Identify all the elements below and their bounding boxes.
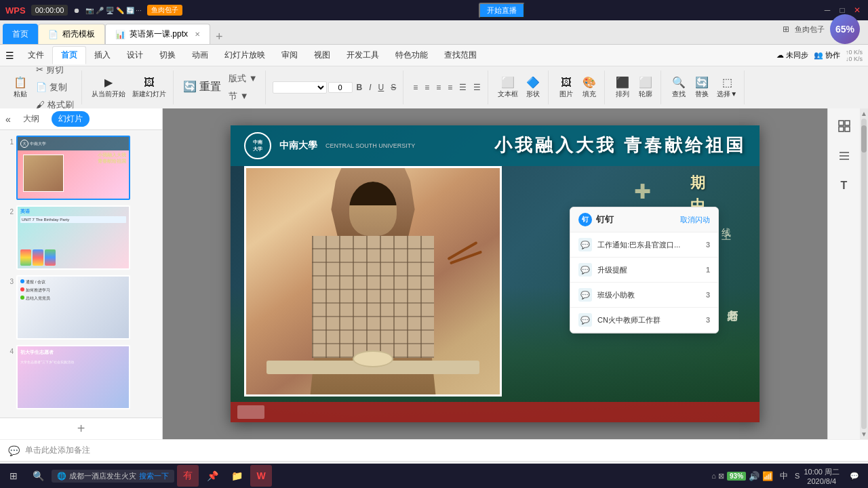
strikethrough-button[interactable]: S (388, 82, 399, 93)
comment-bar[interactable]: 💬 单击此处添加备注 (0, 439, 868, 461)
number-list-button[interactable]: ☰ (471, 82, 484, 93)
slide-thumb-4[interactable]: 初大学生志愿者 大学生志愿者"三下乡"社会实践活动 (16, 345, 130, 409)
arrange-button[interactable]: ⬛ 排列 (612, 75, 633, 100)
panel-collapse-button[interactable]: « (5, 114, 11, 125)
ribbon-tab-special[interactable]: 特色功能 (387, 47, 436, 64)
collab-btn[interactable]: 👥 协作 (814, 50, 840, 60)
ribbon-tab-animation[interactable]: 动画 (184, 47, 216, 64)
outline-tab[interactable]: 大纲 (16, 111, 46, 127)
ribbon-tab-transition[interactable]: 切换 (151, 47, 184, 64)
taskbar-app-wps[interactable]: W (250, 465, 272, 487)
shape-label: 形状 (526, 89, 540, 99)
format-painter-button[interactable]: 🖌 格式刷 (33, 97, 77, 108)
section-button[interactable]: 节 ▼ (225, 88, 260, 104)
tab-active-file[interactable]: 📊 英语第一课.pptx ✕ (105, 24, 210, 44)
find-icon: 🔍 (672, 76, 686, 89)
ribbon-tab-design[interactable]: 设计 (119, 47, 151, 64)
popup-item-4[interactable]: 💬 CN火中教师工作群 3 (570, 308, 718, 333)
font-size-input[interactable] (328, 82, 353, 93)
cut-button[interactable]: ✂ 剪切 (33, 66, 77, 78)
popup-dismiss-button[interactable]: 取消闪动 (680, 215, 710, 225)
play-from-current-button[interactable]: ▶ 从当前开始 (89, 75, 128, 100)
ime-icon[interactable]: S (795, 472, 800, 480)
ribbon-tab-home[interactable]: 首页 (52, 46, 86, 64)
popup-item-1-text: 工作通知:巴东县官渡口... (597, 240, 701, 250)
popup-item-3[interactable]: 💬 班级小助教 3 (570, 283, 718, 308)
tab-add-button[interactable]: + (210, 30, 229, 44)
justify-button[interactable]: ≡ (445, 82, 455, 93)
sync-status[interactable]: ☁ 未同步 (776, 50, 808, 60)
font-name-select[interactable] (273, 81, 327, 94)
popup-item-2[interactable]: 💬 升级提醒 1 (570, 258, 718, 283)
popup-item-1[interactable]: 💬 工作通知:巴东县官渡口... 3 (570, 232, 718, 258)
tab-template[interactable]: 📄 稻壳模板 (38, 24, 105, 44)
italic-button[interactable]: I (366, 82, 374, 93)
slide-thumb-3[interactable]: 通报 / 会议 如何推进学习 总结入党党员 (16, 275, 130, 340)
paste-button[interactable]: 📋 粘贴 (9, 75, 31, 100)
tab-home[interactable]: 首页 (3, 24, 38, 44)
slide-item-4[interactable]: 4 初大学生志愿者 大学生志愿者"三下乡"社会实践活动 (3, 345, 159, 409)
image-button[interactable]: 🖼 图片 (555, 75, 577, 100)
ribbon-tab-review[interactable]: 审阅 (273, 47, 306, 64)
taskbar-browser[interactable]: 🌐 成都一酒店发生火灾 搜索一下 (52, 470, 174, 483)
search-taskbar-button[interactable]: 🔍 (27, 465, 49, 487)
lang-btn[interactable]: 中 (776, 468, 792, 484)
scroll-bar[interactable]: ▲ ▼ (860, 108, 868, 439)
ribbon-tab-find[interactable]: 查找范围 (436, 47, 485, 64)
scroll-thumb[interactable] (861, 125, 867, 152)
align-center-button[interactable]: ≡ (422, 82, 432, 93)
system-clock[interactable]: 10:00 周二 2020/8/4 (804, 467, 840, 485)
fill-button[interactable]: 🎨 填充 (578, 75, 600, 100)
scroll-down-arrow[interactable]: ▼ (861, 430, 867, 438)
right-panel-btn-t[interactable]: T (832, 174, 856, 198)
menu-icon[interactable]: ☰ (5, 50, 14, 61)
copy-button[interactable]: 📄 复制 (33, 79, 77, 96)
university-en: CENTRAL SOUTH UNIVERSITY (326, 142, 415, 149)
canvas-area[interactable]: 中南大学 中南大學 CENTRAL SOUTH UNIVERSITY 小我融入大… (163, 108, 827, 439)
ribbon-tab-dev[interactable]: 开发工具 (338, 47, 387, 64)
start-button[interactable]: ⊞ (3, 465, 24, 487)
reset-button[interactable]: 🔄 重置 (180, 79, 224, 96)
underline-button[interactable]: U (376, 82, 387, 93)
scroll-track[interactable] (861, 119, 867, 429)
ribbon-tab-slideshow[interactable]: 幻灯片放映 (216, 47, 273, 64)
replace-button[interactable]: 🔄 替换 (691, 75, 713, 100)
select-button[interactable]: ⬚ 选择▼ (714, 75, 740, 100)
layout-button[interactable]: 版式 ▼ (225, 70, 260, 87)
fill-icon: 🎨 (583, 76, 596, 89)
scroll-up-arrow[interactable]: ▲ (861, 110, 867, 117)
ribbon-tab-view[interactable]: 视图 (306, 47, 338, 64)
taskbar-app-youdao[interactable]: 有 (177, 465, 199, 487)
new-slide-button[interactable]: 🖼 新建幻灯片 (130, 75, 169, 100)
select-icon: ⬚ (722, 76, 732, 89)
taskbar-app-folder[interactable]: 📁 (226, 465, 248, 487)
network-icon[interactable]: 📶 (762, 471, 773, 481)
bold-button[interactable]: B (354, 82, 366, 93)
ribbon-tab-insert[interactable]: 插入 (86, 47, 119, 64)
comment-placeholder[interactable]: 单击此处添加备注 (25, 445, 90, 456)
slide-thumb-1[interactable]: 大 中南大学 小我融入大我青春献给祖国 (16, 136, 130, 200)
add-slide-button[interactable]: + (0, 418, 162, 439)
tab-close-button[interactable]: ✕ (195, 30, 200, 38)
shape-button[interactable]: 🔷 形状 (522, 75, 544, 100)
paste-label: 粘贴 (14, 89, 27, 99)
volume-icon[interactable]: 🔊 (749, 471, 760, 481)
text-box-button[interactable]: ⬜ 文本框 (495, 75, 521, 100)
slides-tab[interactable]: 幻灯片 (52, 111, 90, 127)
outline-button[interactable]: ⬜ 轮廓 (635, 75, 656, 100)
align-right-button[interactable]: ≡ (433, 82, 443, 93)
align-left-button[interactable]: ≡ (410, 82, 420, 93)
right-panel-btn-2[interactable] (832, 144, 856, 168)
live-button[interactable]: 开始直播 (479, 3, 525, 18)
hair (349, 182, 397, 205)
right-panel-btn-1[interactable] (832, 114, 856, 138)
slide-item-2[interactable]: 2 英语 UNIT 7 The Birthday Party (3, 205, 159, 270)
bullet-list-button[interactable]: ☰ (456, 82, 469, 93)
taskbar-app-pin[interactable]: 📌 (201, 465, 223, 487)
find-button[interactable]: 🔍 查找 (668, 75, 690, 100)
slide-thumb-2[interactable]: 英语 UNIT 7 The Birthday Party (16, 205, 130, 270)
file-menu[interactable]: 文件 (20, 47, 52, 64)
notification-center-button[interactable]: 💬 (844, 465, 865, 487)
slide-item-3[interactable]: 3 通报 / 会议 如何推进学习 (3, 275, 159, 340)
slide-item-1[interactable]: 1 大 中南大学 小我融入大我青春献给祖国 (3, 136, 159, 200)
